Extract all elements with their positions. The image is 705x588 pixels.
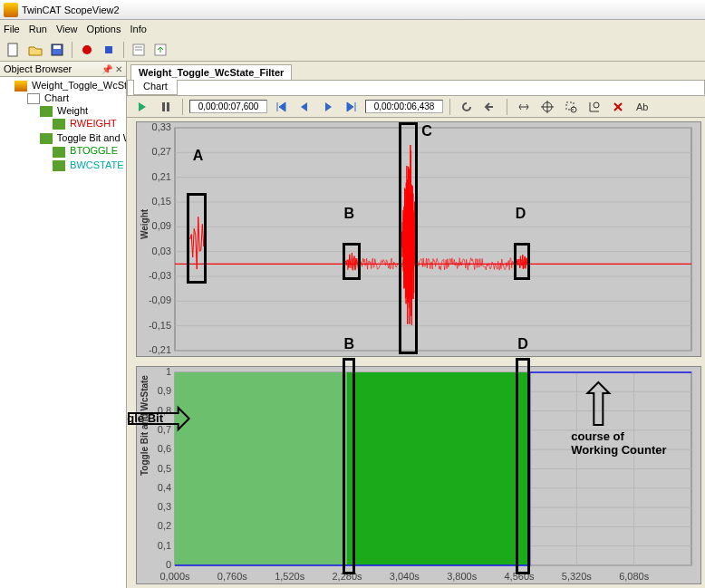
svg-rect-10	[167, 102, 169, 111]
svg-text:3,040s: 3,040s	[390, 571, 420, 582]
document-tab[interactable]: Weight_Toggle_WcState_Filter	[130, 64, 292, 80]
new-button[interactable]	[4, 40, 24, 60]
document-tabstrip: Weight_Toggle_WcState_Filter	[127, 62, 705, 80]
window-titlebar: TwinCAT ScopeView2	[0, 0, 705, 20]
svg-text:-0,03: -0,03	[149, 270, 171, 281]
pan-x-button[interactable]	[514, 97, 534, 117]
pin-icon[interactable]: 📌	[101, 64, 112, 74]
svg-text:2,280s: 2,280s	[332, 571, 362, 582]
svg-text:0,15: 0,15	[152, 196, 171, 207]
svg-text:-0,09: -0,09	[149, 294, 171, 305]
stop-button[interactable]	[99, 40, 119, 60]
tree-ch3-label: BWCSTATE	[70, 159, 123, 170]
autoscale-button[interactable]: Abc	[632, 97, 652, 117]
svg-text:0,03: 0,03	[152, 246, 171, 256]
svg-text:0,7: 0,7	[158, 424, 171, 435]
axis-icon	[40, 106, 53, 117]
svg-rect-2	[53, 45, 61, 49]
plot-toggle-canvas: 00,10,20,30,40,50,60,70,80,910,000s0,760…	[137, 367, 700, 583]
save-button[interactable]	[47, 40, 67, 60]
toolbar-separator	[507, 99, 507, 115]
menu-file[interactable]: File	[4, 24, 20, 34]
toolbar-separator	[182, 99, 183, 115]
skip-start-button[interactable]	[271, 97, 291, 117]
window-title: TwinCAT ScopeView2	[22, 5, 120, 15]
svg-rect-20	[175, 128, 691, 351]
svg-text:0,3: 0,3	[158, 501, 171, 512]
properties-button[interactable]	[129, 40, 149, 60]
toolbar-separator	[449, 99, 450, 115]
axis-icon	[40, 133, 53, 144]
clear-button[interactable]	[608, 97, 628, 117]
tree-channel-rweight[interactable]: RWEIGHT	[53, 117, 124, 130]
svg-text:1,520s: 1,520s	[275, 571, 305, 582]
plot-weight[interactable]: Weight -0,21-0,15-0,09-0,030,030,090,150…	[136, 121, 701, 357]
menu-info[interactable]: Info	[130, 24, 147, 34]
channel-icon	[53, 119, 65, 130]
svg-rect-4	[105, 46, 112, 53]
open-button[interactable]	[25, 40, 45, 60]
record-button[interactable]	[77, 40, 97, 60]
svg-text:6,080s: 6,080s	[619, 571, 650, 582]
channel-icon	[53, 160, 65, 171]
toolbar-separator	[123, 42, 124, 58]
undo-zoom-button[interactable]	[480, 97, 500, 117]
step-back-button[interactable]	[295, 97, 314, 117]
svg-text:0,4: 0,4	[158, 482, 171, 493]
svg-text:3,800s: 3,800s	[447, 571, 478, 582]
export-button[interactable]	[150, 40, 170, 60]
svg-text:-0,21: -0,21	[149, 344, 171, 355]
svg-text:0,5: 0,5	[158, 463, 171, 474]
close-panel-icon[interactable]: ✕	[115, 64, 122, 74]
tab-chart[interactable]: Chart	[133, 80, 178, 95]
main-area: Object Browser 📌 ✕ Weight_Toggle_WcState…	[0, 62, 705, 588]
tree-root-label: Weight_Toggle_WcState_Filter	[32, 80, 126, 91]
svg-text:Abc: Abc	[636, 101, 648, 112]
svg-text:0,2: 0,2	[158, 520, 171, 531]
content-area: Weight_Toggle_WcState_Filter Chart 0,00:…	[127, 62, 705, 588]
tree-channel-btoggle[interactable]: BTOGGLE	[53, 144, 124, 158]
svg-text:0,21: 0,21	[152, 171, 171, 182]
skip-end-button[interactable]	[342, 97, 362, 117]
toolbar-separator	[72, 42, 72, 58]
play-button[interactable]	[132, 97, 152, 117]
object-tree[interactable]: Weight_Toggle_WcState_Filter Chart Weigh…	[0, 77, 126, 588]
chart-icon	[27, 93, 40, 104]
channel-icon	[53, 147, 65, 158]
menu-run[interactable]: Run	[29, 24, 47, 34]
svg-text:0,9: 0,9	[158, 385, 171, 396]
zoom-box-button[interactable]	[561, 97, 581, 117]
panel-header: Object Browser 📌 ✕	[0, 62, 126, 77]
panel-title-text: Object Browser	[4, 63, 72, 74]
svg-text:0,33: 0,33	[152, 122, 171, 132]
tree-axis-toggle[interactable]: Toggle Bit and WcState BTOGGLE	[40, 131, 124, 172]
time-position-1[interactable]: 0,00:00:07,600	[189, 100, 267, 113]
crosshair-button[interactable]	[537, 97, 557, 117]
svg-text:1: 1	[166, 367, 171, 377]
menu-view[interactable]: View	[56, 24, 78, 34]
tree-root[interactable]: Weight_Toggle_WcState_Filter Chart Weigh…	[14, 79, 124, 175]
plot-toggle[interactable]: Toggle Bit and WcState 00,10,20,30,40,50…	[136, 366, 701, 584]
svg-text:0,09: 0,09	[152, 220, 171, 231]
pause-button[interactable]	[156, 97, 176, 117]
step-fwd-button[interactable]	[318, 97, 338, 117]
svg-text:0,760s: 0,760s	[217, 571, 248, 582]
svg-text:-0,15: -0,15	[149, 320, 171, 331]
svg-text:0,6: 0,6	[158, 443, 171, 454]
tree-chart[interactable]: Chart Weight RWEIGHT	[27, 92, 124, 174]
zoom-xy-button[interactable]	[584, 97, 604, 117]
svg-rect-0	[8, 43, 17, 56]
chart-toolbar: 0,00:00:07,600 0,00:00:06,438 Abc	[127, 96, 705, 118]
chart-area: Weight -0,21-0,15-0,09-0,030,030,090,150…	[127, 118, 705, 588]
tree-ch2-label: BTOGGLE	[70, 145, 118, 156]
tree-ch1-label: RWEIGHT	[70, 118, 117, 129]
tree-axis-weight[interactable]: Weight RWEIGHT	[40, 104, 124, 131]
svg-text:0,8: 0,8	[158, 405, 171, 416]
time-position-2[interactable]: 0,00:00:06,438	[365, 100, 443, 113]
tree-channel-bwcstate[interactable]: BWCSTATE	[53, 159, 124, 172]
refresh-button[interactable]	[457, 97, 477, 117]
menu-options[interactable]: Options	[87, 24, 121, 34]
svg-text:5,320s: 5,320s	[562, 571, 593, 582]
tree-axis2-label: Toggle Bit and WcState	[57, 132, 126, 143]
svg-text:0,1: 0,1	[158, 540, 171, 551]
